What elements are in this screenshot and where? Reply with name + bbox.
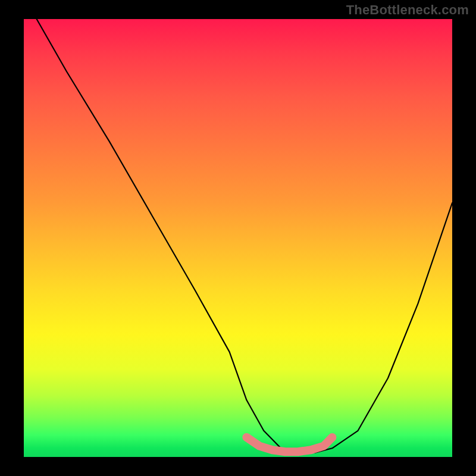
- black-curve-path: [37, 19, 452, 453]
- chart-frame: TheBottleneck.com: [0, 0, 476, 476]
- plot-area: [24, 19, 452, 457]
- watermark-text: TheBottleneck.com: [346, 2, 469, 18]
- pink-valley-path: [246, 437, 332, 452]
- curve-svg: [24, 19, 452, 457]
